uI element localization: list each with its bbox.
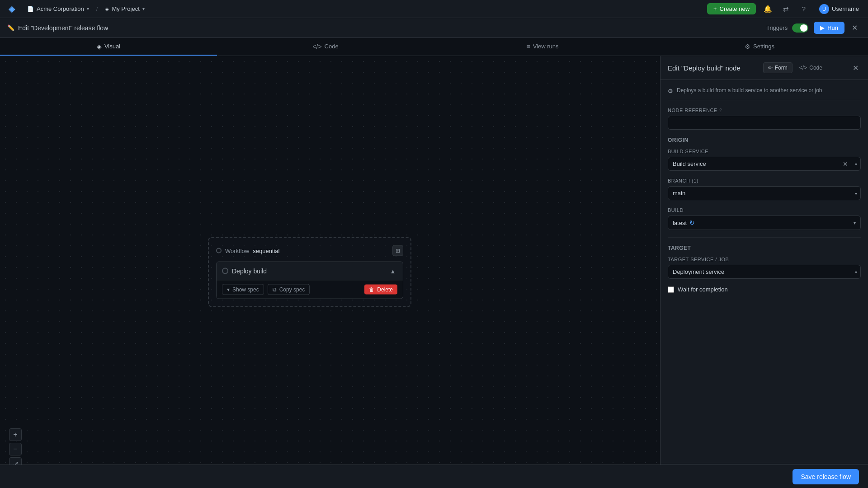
wait-for-completion-label[interactable]: Wait for completion: [678, 286, 728, 293]
close-editor-button[interactable]: ✕: [848, 22, 861, 34]
run-label: Run: [827, 24, 838, 31]
node-reference-label: Node reference ?: [668, 108, 861, 113]
copy-spec-label: Copy spec: [279, 286, 305, 293]
target-section-title: Target: [668, 245, 861, 251]
panel-body: ⚙ Deploys a build from a build service t…: [660, 80, 868, 463]
show-spec-button[interactable]: ▾ Show spec: [222, 284, 264, 295]
project-chevron-icon: ▾: [142, 6, 145, 11]
close-icon: ✕: [852, 23, 858, 32]
build-service-select[interactable]: Build service: [668, 157, 861, 171]
branch-select[interactable]: main: [668, 186, 861, 200]
node-collapse-button[interactable]: ▲: [388, 267, 397, 276]
form-tab-label: Form: [775, 65, 788, 71]
build-value-display: latest ↻ ▾: [668, 216, 861, 230]
branch-group: Branch (1) main ▾: [668, 178, 861, 200]
panel-tab-form[interactable]: ✏ Form: [763, 62, 793, 73]
help-button[interactable]: ?: [797, 3, 810, 15]
copy-spec-button[interactable]: ⧉ Copy spec: [268, 284, 310, 295]
editor-title-group: ✏️ Edit "Development" release flow: [7, 24, 108, 32]
top-navigation: ◈ 📄 Acme Corporation ▾ / ◈ My Project ▾ …: [0, 0, 868, 18]
wait-for-completion-checkbox[interactable]: [668, 286, 674, 293]
build-service-group: Build service Build service ✕ ▾: [668, 149, 861, 171]
run-button[interactable]: ▶ Run: [814, 22, 844, 34]
copy-icon: ⧉: [273, 286, 277, 293]
zoom-out-button[interactable]: −: [9, 443, 22, 455]
node-status-circle: [222, 268, 228, 274]
question-icon: ?: [802, 5, 806, 13]
project-name: My Project: [112, 5, 139, 12]
user-menu-button[interactable]: U Username: [816, 2, 863, 16]
show-spec-label: Show spec: [232, 286, 259, 293]
panel-close-button[interactable]: ✕: [850, 62, 861, 73]
panel-description: ⚙ Deploys a build from a build service t…: [668, 87, 861, 100]
branch-select-wrapper: main ▾: [668, 186, 861, 200]
node-reference-input[interactable]: [668, 116, 861, 130]
panel-tabs: ✏ Form </> Code: [763, 62, 827, 73]
build-chevron-icon: ▾: [854, 221, 856, 225]
target-service-group: Target service / job Deployment service …: [668, 257, 861, 279]
connections-icon: ⇄: [783, 5, 789, 13]
code-tab-icon: </>: [799, 65, 807, 71]
create-new-button[interactable]: + Create new: [707, 3, 756, 14]
form-icon: ✏: [768, 65, 773, 71]
org-nav-item[interactable]: 📄 Acme Corporation ▾: [24, 4, 93, 14]
tab-settings[interactable]: ⚙ Settings: [651, 38, 868, 56]
trash-icon: 🗑: [369, 286, 374, 293]
right-panel: Edit "Deploy build" node ✏ Form </> Code…: [660, 56, 868, 488]
workflow-status-circle: [216, 248, 222, 253]
tab-visual-label: Visual: [104, 43, 120, 50]
username-label: Username: [832, 5, 859, 12]
avatar: U: [819, 4, 829, 14]
panel-title: Edit "Deploy build" node: [668, 64, 741, 72]
target-service-select[interactable]: Deployment service: [668, 265, 861, 279]
build-service-label: Build service: [668, 149, 861, 154]
minus-icon: −: [13, 445, 17, 453]
editor-header: ✏️ Edit "Development" release flow Trigg…: [0, 18, 868, 38]
run-icon: ▶: [820, 24, 825, 31]
connections-button[interactable]: ⇄: [779, 3, 792, 15]
branch-label: Branch (1): [668, 178, 861, 183]
runs-icon: ≡: [526, 43, 530, 50]
delete-label: Delete: [377, 286, 393, 293]
triggers-section: Triggers: [766, 23, 808, 33]
triggers-toggle[interactable]: [792, 23, 808, 33]
project-nav-item[interactable]: ◈ My Project ▾: [101, 4, 148, 14]
panel-header: Edit "Deploy build" node ✏ Form </> Code…: [660, 56, 868, 80]
node-header-left: Deploy build: [222, 267, 267, 275]
chevron-down-icon: ▾: [227, 286, 230, 293]
nav-actions: + Create new 🔔 ⇄ ? U Username: [707, 2, 863, 16]
tab-view-runs-label: View runs: [533, 43, 559, 50]
workflow-type: sequential: [253, 247, 279, 254]
node-title: Deploy build: [232, 267, 267, 275]
build-group: Build latest ↻ ▾: [668, 207, 861, 230]
tab-view-runs[interactable]: ≡ View runs: [434, 38, 651, 56]
node-actions: ▾ Show spec ⧉ Copy spec 🗑 Delete: [217, 280, 403, 299]
workflow-options-button[interactable]: ⊞: [392, 245, 403, 256]
edit-icon: ✏️: [7, 24, 14, 31]
node-header[interactable]: Deploy build ▲: [217, 262, 403, 280]
save-release-flow-button[interactable]: Save release flow: [793, 469, 859, 484]
org-name: Acme Corporation: [37, 5, 84, 12]
notifications-button[interactable]: 🔔: [761, 3, 774, 15]
node-delete-button[interactable]: 🗑 Delete: [364, 285, 397, 295]
workflow-header: Workflow sequential ⊞: [216, 245, 403, 256]
zoom-in-button[interactable]: +: [9, 428, 22, 441]
panel-tab-code[interactable]: </> Code: [794, 62, 827, 73]
breadcrumb-separator: /: [96, 5, 98, 12]
tab-visual[interactable]: ◈ Visual: [0, 38, 217, 56]
close-icon: ✕: [853, 64, 859, 72]
build-label: Build: [668, 207, 861, 213]
divider: [668, 237, 861, 238]
build-select-wrapper: latest ↻ ▾: [668, 216, 861, 230]
tab-settings-label: Settings: [753, 43, 774, 50]
bottom-bar: Save release flow: [0, 465, 868, 488]
node-reference-group: Node reference ?: [668, 108, 861, 130]
canvas-area[interactable]: Workflow sequential ⊞ Deploy build: [0, 56, 660, 488]
workflow-container: Workflow sequential ⊞ Deploy build: [208, 237, 411, 307]
workflow-keyword: Workflow: [225, 247, 249, 254]
build-service-clear-button[interactable]: ✕: [841, 160, 850, 168]
help-icon[interactable]: ?: [719, 108, 722, 113]
workflow-box: Workflow sequential ⊞ Deploy build: [208, 237, 411, 307]
org-chevron-icon: ▾: [87, 6, 89, 11]
tab-code[interactable]: </> Code: [217, 38, 434, 56]
